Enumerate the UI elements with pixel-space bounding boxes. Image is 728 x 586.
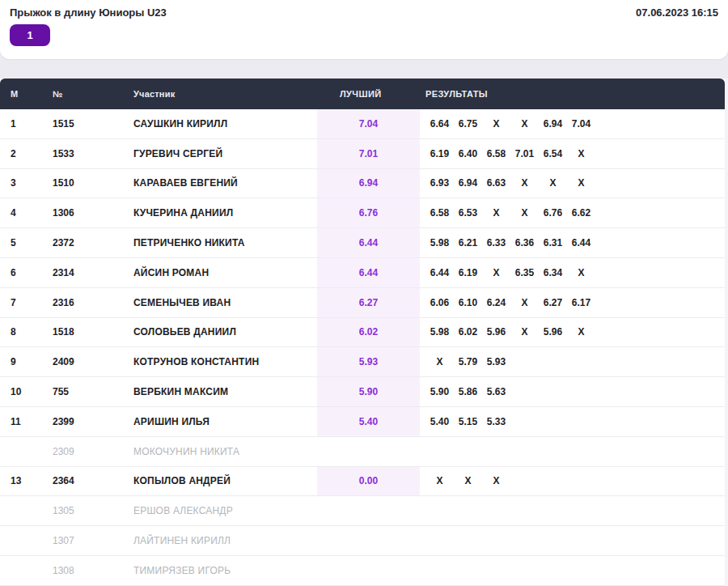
result-attempt-value: 7.01	[510, 148, 539, 159]
result-attempt-value: X	[482, 207, 510, 219]
rank-cell: 13	[0, 467, 42, 496]
result-attempt-value: X	[425, 475, 454, 486]
result-attempt-value: X	[482, 475, 510, 486]
result-attempt-value: 6.34	[539, 267, 567, 278]
results-cell: 6.066.106.24X6.276.17	[420, 288, 725, 317]
result-attempt-value: 6.64	[425, 118, 454, 130]
best-cell: 6.27	[317, 288, 420, 317]
result-attempt-value: 6.27	[539, 297, 567, 308]
participant-name-cell: ПЕТРИЧЕНКО НИКИТА	[133, 228, 317, 257]
bib-cell: 1510	[42, 169, 133, 198]
result-attempt-value: X	[510, 118, 539, 130]
rank-cell: 3	[0, 169, 42, 198]
participant-name-cell: АРИШИН ИЛЬЯ	[133, 407, 317, 436]
rank-cell	[0, 496, 42, 525]
rank-cell: 10	[0, 377, 42, 406]
results-cell: 6.196.406.587.016.54X	[420, 139, 725, 168]
results-cell: 5.986.216.336.366.316.44	[420, 228, 725, 257]
result-attempt-value: X	[567, 148, 595, 159]
result-attempt-value: X	[510, 177, 539, 189]
scrollbar-track[interactable]	[725, 79, 728, 586]
best-value	[317, 437, 420, 466]
results-cell	[420, 437, 725, 466]
result-attempt-value: 6.10	[454, 297, 482, 308]
bib-cell: 2314	[42, 258, 133, 287]
best-cell	[317, 437, 420, 466]
result-attempt-value: 6.93	[425, 177, 454, 189]
results-cell: 5.986.025.96X5.96X	[420, 318, 725, 347]
participant-name-cell: КУЧЕРИНА ДАНИИЛ	[133, 198, 317, 227]
best-cell: 6.44	[317, 228, 420, 257]
best-value: 6.44	[317, 258, 420, 287]
results-cell: 6.446.19X6.356.34X	[420, 258, 725, 287]
rank-cell: 5	[0, 228, 42, 257]
rank-cell: 4	[0, 198, 42, 227]
bib-cell: 2309	[42, 437, 133, 466]
result-attempt-value: 6.31	[539, 237, 567, 248]
participant-name-cell: ТИМИРЯЗЕВ ИГОРЬ	[133, 556, 317, 585]
best-cell: 6.44	[317, 258, 420, 287]
result-attempt-value: 6.24	[482, 297, 510, 308]
bib-cell: 1305	[42, 496, 133, 525]
bib-cell: 2399	[42, 407, 133, 436]
result-attempt-value: 6.62	[567, 207, 595, 219]
table-row: 1307 ЛАЙТИНЕН КИРИЛЛ	[0, 526, 725, 556]
bib-cell: 1306	[42, 198, 133, 227]
best-cell: 7.04	[317, 109, 420, 138]
best-value: 7.04	[317, 109, 420, 138]
result-attempt-value: 6.94	[454, 177, 482, 189]
event-title: Прыжок в длину Юниоры U23	[10, 6, 167, 19]
best-value: 5.93	[317, 347, 420, 376]
table-row: 2309 МОКОЧУНИН НИКИТА	[0, 437, 725, 467]
result-attempt-value: 6.40	[454, 148, 482, 159]
column-header-participant: Участник	[133, 89, 317, 99]
participant-name-cell: ВЕРБКИН МАКСИМ	[133, 377, 317, 406]
best-value: 6.76	[317, 198, 420, 227]
result-attempt-value: X	[482, 118, 510, 130]
bib-cell: 2364	[42, 467, 133, 496]
table-header-row: М № Участник ЛУЧШИЙ РЕЗУЛЬТАТЫ	[0, 79, 725, 109]
table-row: 1 1515 САУШКИН КИРИЛЛ 7.04 6.646.75XX6.9…	[0, 109, 725, 139]
best-cell	[317, 526, 420, 555]
rank-cell	[0, 526, 42, 555]
result-attempt-value: 6.76	[539, 207, 567, 219]
rank-cell: 7	[0, 288, 42, 317]
table-row: 11 2399 АРИШИН ИЛЬЯ 5.40 5.405.155.33	[0, 407, 725, 437]
table-row: 1305 ЕРШОВ АЛЕКСАНДР	[0, 496, 725, 526]
best-value: 5.40	[317, 407, 420, 436]
column-header-best: ЛУЧШИЙ	[317, 89, 420, 99]
result-attempt-value: 6.35	[510, 267, 539, 278]
best-value	[317, 496, 420, 525]
best-cell	[317, 496, 420, 525]
result-attempt-value: 5.98	[425, 237, 454, 248]
best-value: 7.01	[317, 139, 420, 168]
rank-cell: 11	[0, 407, 42, 436]
result-attempt-value: 5.86	[454, 386, 482, 397]
best-value: 6.02	[317, 318, 420, 347]
participant-name-cell: КОТРУНОВ КОНСТАНТИН	[133, 347, 317, 376]
result-attempt-value: X	[482, 267, 510, 278]
table-row: 9 2409 КОТРУНОВ КОНСТАНТИН 5.93 X5.795.9…	[0, 347, 725, 377]
table-row: 4 1306 КУЧЕРИНА ДАНИИЛ 6.76 6.586.53XX6.…	[0, 198, 725, 228]
result-attempt-value: 5.40	[425, 416, 454, 427]
result-attempt-value: 5.96	[539, 326, 567, 338]
best-value: 6.94	[317, 169, 420, 198]
result-attempt-value: 6.19	[454, 267, 482, 278]
result-attempt-value: X	[567, 326, 595, 338]
column-header-rank: М	[0, 89, 42, 99]
participant-name-cell: СЕМЕНЫЧЕВ ИВАН	[133, 288, 317, 317]
column-header-bib: №	[42, 89, 133, 99]
results-cell: 6.646.75XX6.947.04	[420, 109, 725, 138]
bib-cell: 2409	[42, 347, 133, 376]
result-attempt-value: 6.06	[425, 297, 454, 308]
best-cell: 5.93	[317, 347, 420, 376]
event-header-card: Прыжок в длину Юниоры U23 07.06.2023 16:…	[0, 0, 728, 59]
table-row: 10 755 ВЕРБКИН МАКСИМ 5.90 5.905.865.63	[0, 377, 725, 407]
best-cell: 6.02	[317, 318, 420, 347]
round-selector-button[interactable]: 1	[10, 24, 50, 46]
results-cell	[420, 496, 725, 525]
result-attempt-value: 6.58	[482, 148, 510, 159]
result-attempt-value: X	[510, 297, 539, 308]
result-attempt-value: 6.75	[454, 118, 482, 130]
result-attempt-value: 7.04	[567, 118, 595, 130]
